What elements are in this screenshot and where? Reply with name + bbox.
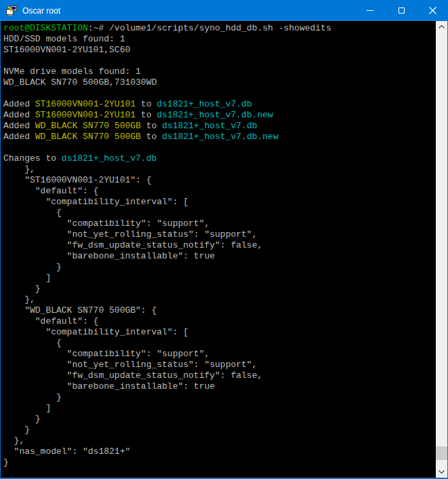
- terminal-line: "nas_model": "ds1821+": [3, 446, 436, 457]
- terminal-line: "not_yet_rolling_status": "support",: [3, 360, 436, 370]
- terminal-line: Added WD_BLACK SN770 500GB to ds1821+_ho…: [3, 132, 436, 142]
- terminal-line: },: [3, 164, 436, 175]
- terminal-line: [3, 56, 436, 66]
- close-icon: [429, 7, 436, 14]
- title-bar[interactable]: Oscar root: [0, 0, 448, 21]
- terminal-line: "fw_dsm_update_status_notify": false,: [3, 240, 436, 251]
- terminal-line: "compatibility_interval": [: [3, 327, 436, 338]
- terminal-line: ST16000VN001-2YU101,SC60: [3, 45, 436, 56]
- terminal-output[interactable]: root@DISKSTATION:~# /volume1/scripts/syn…: [1, 21, 436, 478]
- scrollbar[interactable]: [436, 21, 447, 478]
- chevron-down-icon: [439, 470, 445, 474]
- putty-window: Oscar root root@DISKSTATION:~# /volume1/…: [0, 0, 448, 479]
- terminal-line: root@DISKSTATION:~# /volume1/scripts/syn…: [3, 23, 436, 34]
- terminal-line: "compatibility": "support",: [3, 218, 436, 229]
- terminal-line: "default": {: [3, 186, 436, 197]
- maximize-button[interactable]: [386, 0, 417, 21]
- terminal-line: [3, 88, 436, 99]
- terminal-line: }: [3, 425, 436, 436]
- close-button[interactable]: [417, 0, 448, 21]
- terminal-line: }: [3, 414, 436, 425]
- terminal-line: "not_yet_rolling_status": "support",: [3, 229, 436, 240]
- terminal-line: }: [3, 262, 436, 273]
- terminal-line: WD_BLACK SN770 500GB,731030WD: [3, 77, 436, 88]
- terminal-line: "compatibility": "support",: [3, 349, 436, 360]
- terminal-line: "compatibility_interval": [: [3, 197, 436, 208]
- maximize-icon: [399, 7, 405, 14]
- window-title: Oscar root: [22, 6, 354, 16]
- scroll-down-button[interactable]: [436, 466, 447, 478]
- terminal-line: ]: [3, 403, 436, 414]
- terminal-line: },: [3, 294, 436, 305]
- terminal-line: "fw_dsm_update_status_notify": false,: [3, 370, 436, 381]
- terminal-line: {: [3, 208, 436, 218]
- terminal-line: NVMe drive models found: 1: [3, 66, 436, 77]
- terminal-line: "ST16000VN001-2YU101": {: [3, 175, 436, 186]
- chevron-up-icon: [439, 25, 445, 28]
- minimize-button[interactable]: [354, 0, 386, 21]
- terminal-line: Changes to ds1821+_host_v7.db: [3, 153, 436, 164]
- caption-buttons: [354, 0, 448, 21]
- terminal-line: ]: [3, 273, 436, 284]
- terminal-line: "barebone_installable": true: [3, 251, 436, 262]
- terminal-line: }: [3, 392, 436, 403]
- terminal-line: }: [3, 284, 436, 294]
- minimize-icon: [367, 10, 373, 11]
- terminal-line: "barebone_installable": true: [3, 381, 436, 392]
- terminal-line: Added ST16000VN001-2YU101 to ds1821+_hos…: [3, 99, 436, 110]
- terminal-line: Added WD_BLACK SN770 500GB to ds1821+_ho…: [3, 121, 436, 132]
- terminal-line: "default": {: [3, 316, 436, 327]
- terminal-line: {: [3, 338, 436, 349]
- putty-icon: [6, 5, 17, 16]
- terminal-line: "WD_BLACK SN770 500GB": {: [3, 305, 436, 316]
- terminal-line: [3, 142, 436, 153]
- terminal-line: HDD/SSD models found: 1: [3, 34, 436, 45]
- terminal-line: },: [3, 436, 436, 446]
- scrollbar-thumb[interactable]: [436, 446, 447, 460]
- terminal-line: }: [3, 457, 436, 468]
- terminal-line: Added ST16000VN001-2YU101 to ds1821+_hos…: [3, 110, 436, 121]
- scroll-up-button[interactable]: [436, 21, 447, 33]
